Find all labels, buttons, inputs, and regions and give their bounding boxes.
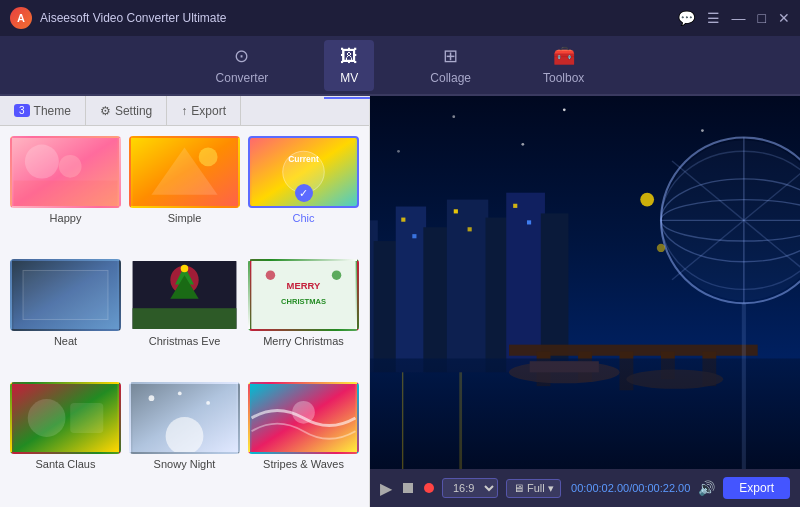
volume-icon[interactable]: 🔊 xyxy=(698,480,715,496)
converter-icon: ⊙ xyxy=(234,45,249,67)
happy-label: Happy xyxy=(50,212,82,224)
theme-neat[interactable]: Neat xyxy=(10,259,121,374)
svg-text:Current: Current xyxy=(288,154,319,164)
svg-rect-62 xyxy=(527,220,531,224)
svg-rect-57 xyxy=(401,218,405,222)
stripes-waves-label: Stripes & Waves xyxy=(263,458,344,470)
svg-rect-46 xyxy=(374,241,399,372)
svg-point-22 xyxy=(266,270,275,279)
menu-button[interactable]: ☰ xyxy=(707,10,720,26)
converter-label: Converter xyxy=(216,71,269,85)
svg-point-38 xyxy=(701,129,704,132)
theme-tab-label: Theme xyxy=(34,104,71,118)
theme-santa-claus[interactable]: Santa Claus xyxy=(10,382,121,497)
setting-tab-label: Setting xyxy=(115,104,152,118)
svg-text:MERRY: MERRY xyxy=(287,280,321,291)
time-display: 00:00:02.00/00:00:22.00 xyxy=(571,482,690,494)
svg-point-40 xyxy=(397,150,400,153)
tab-converter[interactable]: ⊙ Converter xyxy=(200,39,285,91)
nav-tabs: ⊙ Converter 🖼 MV ⊞ Collage 🧰 Toolbox xyxy=(0,36,800,96)
svg-rect-47 xyxy=(396,207,426,373)
svg-point-17 xyxy=(181,265,189,273)
collage-icon: ⊞ xyxy=(443,45,458,67)
svg-point-1 xyxy=(25,145,59,179)
preview-image xyxy=(370,96,800,469)
stop-button[interactable]: ⏹ xyxy=(400,479,416,497)
subtab-theme[interactable]: 3 Theme xyxy=(0,96,86,125)
theme-happy[interactable]: Happy xyxy=(10,136,121,251)
christmas-eve-label: Christmas Eve xyxy=(149,335,221,347)
svg-point-73 xyxy=(657,244,665,252)
snowy-night-label: Snowy Night xyxy=(154,458,216,470)
theme-simple[interactable]: Simple xyxy=(129,136,240,251)
svg-point-72 xyxy=(640,193,654,207)
left-panel: 3 Theme ⚙ Setting ↑ Export xyxy=(0,96,370,507)
svg-rect-61 xyxy=(513,204,517,208)
play-button[interactable]: ▶ xyxy=(380,479,392,498)
svg-point-33 xyxy=(292,401,315,424)
svg-point-31 xyxy=(178,392,182,396)
toolbox-label: Toolbox xyxy=(543,71,584,85)
svg-rect-19 xyxy=(252,261,356,329)
tab-mv[interactable]: 🖼 MV xyxy=(324,40,374,91)
theme-stripes-waves[interactable]: Stripes & Waves xyxy=(248,382,359,497)
chic-label: Chic xyxy=(292,212,314,224)
preview-area xyxy=(370,96,800,469)
svg-point-25 xyxy=(28,399,66,437)
chevron-down-icon: ▾ xyxy=(548,482,554,495)
theme-christmas-eve[interactable]: Christmas Eve xyxy=(129,259,240,374)
mv-icon: 🖼 xyxy=(340,46,358,67)
theme-badge: 3 xyxy=(14,104,30,117)
svg-rect-59 xyxy=(454,209,458,213)
santa-claus-label: Santa Claus xyxy=(36,458,96,470)
app-title: Aiseesoft Video Converter Ultimate xyxy=(40,11,227,25)
right-panel: ▶ ⏹ 16:9 🖥 Full ▾ 00:00:02.00/00:00:22.0… xyxy=(370,96,800,507)
full-label: Full xyxy=(527,482,545,494)
main-content: 3 Theme ⚙ Setting ↑ Export xyxy=(0,96,800,507)
svg-point-30 xyxy=(206,401,210,405)
title-bar: A Aiseesoft Video Converter Ultimate 💬 ☰… xyxy=(0,0,800,36)
svg-rect-60 xyxy=(468,227,472,231)
player-controls: ▶ ⏹ 16:9 🖥 Full ▾ 00:00:02.00/00:00:22.0… xyxy=(370,469,800,507)
svg-point-29 xyxy=(149,395,155,401)
close-button[interactable]: ✕ xyxy=(778,10,790,26)
svg-rect-26 xyxy=(70,403,103,433)
svg-point-2 xyxy=(59,155,82,178)
svg-rect-83 xyxy=(370,358,800,469)
tab-toolbox[interactable]: 🧰 Toolbox xyxy=(527,39,600,91)
chat-button[interactable]: 💬 xyxy=(678,10,695,26)
svg-point-36 xyxy=(452,115,455,118)
sub-tabs: 3 Theme ⚙ Setting ↑ Export xyxy=(0,96,369,126)
ratio-select[interactable]: 16:9 xyxy=(442,478,498,498)
export-tab-label: Export xyxy=(191,104,226,118)
theme-grid: Happy Simple xyxy=(0,126,369,507)
subtab-setting[interactable]: ⚙ Setting xyxy=(86,96,167,125)
subtab-export[interactable]: ↑ Export xyxy=(167,96,241,125)
mv-label: MV xyxy=(340,71,358,85)
toolbox-icon: 🧰 xyxy=(553,45,575,67)
maximize-button[interactable]: □ xyxy=(758,10,766,26)
merry-christmas-label: Merry Christmas xyxy=(263,335,344,347)
svg-point-41 xyxy=(521,143,524,146)
svg-rect-49 xyxy=(447,200,488,373)
svg-point-6 xyxy=(199,147,218,166)
theme-snowy-night[interactable]: Snowy Night xyxy=(129,382,240,497)
fullscreen-button[interactable]: 🖥 Full ▾ xyxy=(506,479,561,498)
neat-label: Neat xyxy=(54,335,77,347)
svg-point-23 xyxy=(332,270,341,279)
monitor-icon: 🖥 xyxy=(513,482,524,494)
export-button[interactable]: Export xyxy=(723,477,790,499)
minimize-button[interactable]: — xyxy=(732,10,746,26)
app-logo: A xyxy=(10,7,32,29)
tab-collage[interactable]: ⊞ Collage xyxy=(414,39,487,91)
svg-point-37 xyxy=(563,108,566,111)
export-icon: ↑ xyxy=(181,104,187,118)
simple-label: Simple xyxy=(168,212,202,224)
theme-merry-christmas[interactable]: MERRY CHRISTMAS Merry Christmas xyxy=(248,259,359,374)
svg-rect-58 xyxy=(412,234,416,238)
svg-text:CHRISTMAS: CHRISTMAS xyxy=(281,297,326,306)
svg-rect-11 xyxy=(23,270,108,319)
theme-chic[interactable]: Current ✓ Chic xyxy=(248,136,359,251)
record-indicator xyxy=(424,483,434,493)
svg-rect-13 xyxy=(133,308,237,329)
